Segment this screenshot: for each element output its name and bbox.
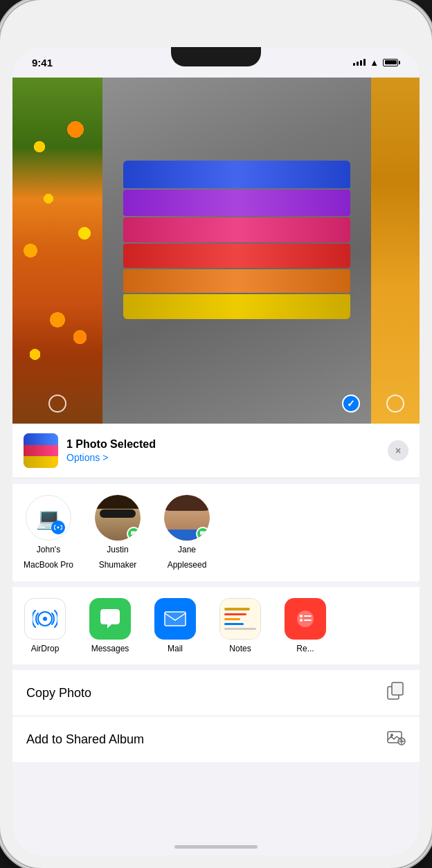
thumb-stripe-2 (24, 445, 58, 456)
notes-label: Notes (229, 644, 251, 653)
stripe-pink (123, 217, 350, 242)
bar1 (353, 63, 355, 66)
contact-jane[interactable]: Jane Appleseed (159, 495, 215, 570)
messages-label: Messages (91, 644, 129, 653)
airdrop-icon-svg (33, 606, 57, 631)
jane-name-2: Appleseed (168, 560, 207, 571)
stripe-yellow (123, 294, 350, 319)
battery-icon (383, 59, 400, 66)
notes-title-line (224, 608, 250, 611)
share-sheet: 1 Photo Selected Options > × 💻 (12, 424, 420, 762)
jane-avatar (164, 495, 210, 541)
app-airdrop[interactable]: AirDrop (21, 598, 69, 653)
jane-name-1: Jane (178, 545, 196, 556)
bar2 (357, 62, 359, 66)
macbook-name-1: John's (37, 545, 60, 556)
svg-point-6 (300, 615, 303, 617)
macbook-avatar: 💻 (26, 495, 71, 541)
svg-rect-3 (165, 612, 186, 626)
select-circle-right[interactable] (386, 395, 404, 413)
add-to-album-label: Add to Shared Album (26, 732, 144, 747)
contact-justin[interactable]: Justin Shumaker (90, 495, 145, 570)
svg-point-2 (43, 617, 47, 621)
status-bar: 9:41 ▲ (12, 47, 420, 78)
copy-photo-row[interactable]: Copy Photo (12, 670, 420, 716)
photo-center[interactable]: ✓ (102, 78, 371, 424)
mail-label: Mail (168, 644, 183, 653)
notes-line-2 (224, 618, 240, 620)
status-time: 9:41 (32, 57, 53, 69)
macbook-name-2: MacBook Pro (24, 560, 73, 571)
share-title: 1 Photo Selected (66, 438, 379, 451)
notes-line-4 (224, 628, 256, 630)
justin-name-2: Shumaker (99, 560, 137, 571)
wifi-icon: ▲ (370, 57, 379, 68)
airdrop-label: AirDrop (31, 644, 60, 653)
photo-left[interactable] (12, 78, 102, 424)
status-icons: ▲ (353, 57, 400, 68)
svg-point-5 (297, 611, 314, 627)
notes-app-icon (219, 598, 261, 640)
home-indicator[interactable] (174, 845, 258, 849)
phone-screen: 9:41 ▲ (12, 47, 420, 856)
airdrop-waves-icon (51, 521, 65, 534)
messages-badge-justin (127, 527, 141, 541)
app-mail[interactable]: Mail (151, 598, 199, 653)
app-reminders[interactable]: Re... (281, 598, 330, 653)
graffiti-art (123, 161, 350, 313)
reminders-label: Re... (296, 644, 314, 653)
notes-line-1 (224, 613, 246, 615)
stripe-blue (123, 161, 350, 188)
thumb-stripe-3 (24, 456, 58, 468)
copy-photo-icon (386, 681, 406, 705)
photo-thumbnail (24, 433, 58, 468)
app-row: AirDrop Messages (12, 587, 420, 664)
bar3 (360, 60, 362, 66)
signal-bars-icon (353, 59, 366, 66)
notes-line-3 (224, 623, 244, 625)
share-options-button[interactable]: Options > (66, 452, 379, 463)
stripe-red (123, 244, 350, 268)
svg-point-0 (57, 527, 60, 529)
photo-strip: ✓ (12, 78, 420, 424)
justin-name-1: Justin (107, 545, 128, 556)
contact-macbook[interactable]: 💻 John's MacBook Pro (21, 495, 76, 570)
phone-frame: 9:41 ▲ (0, 0, 432, 868)
mail-icon-svg (163, 606, 188, 631)
select-circle-center[interactable]: ✓ (342, 395, 360, 413)
bar4 (363, 59, 366, 66)
app-messages[interactable]: Messages (86, 598, 134, 653)
thumb-stripe-1 (24, 433, 58, 445)
add-to-album-icon (386, 727, 406, 751)
flower-photo (12, 78, 102, 424)
share-header: 1 Photo Selected Options > × (12, 424, 420, 478)
stripe-orange (123, 269, 350, 293)
action-rows: Copy Photo Add to Shared Album (12, 670, 420, 762)
stripe-purple (123, 190, 350, 216)
add-to-album-row[interactable]: Add to Shared Album (12, 716, 420, 762)
reminders-app-icon (285, 598, 326, 640)
justin-avatar (95, 495, 141, 541)
notes-lines (220, 599, 260, 639)
airdrop-app-icon (24, 598, 66, 640)
mail-app-icon (154, 598, 196, 640)
app-notes[interactable]: Notes (216, 598, 264, 653)
messages-badge-jane (196, 527, 210, 541)
contacts-row: 💻 John's MacBook Pro (12, 484, 420, 581)
close-button[interactable]: × (388, 440, 408, 461)
svg-point-7 (300, 619, 303, 622)
photo-right[interactable] (371, 78, 420, 424)
messages-icon-svg (98, 606, 123, 631)
share-title-area: 1 Photo Selected Options > (66, 438, 379, 463)
messages-app-icon (89, 598, 131, 640)
select-circle-left[interactable] (48, 395, 66, 413)
reminders-icon-svg (293, 606, 318, 631)
svg-rect-11 (392, 682, 403, 695)
notch (171, 47, 261, 66)
copy-photo-label: Copy Photo (26, 686, 91, 700)
